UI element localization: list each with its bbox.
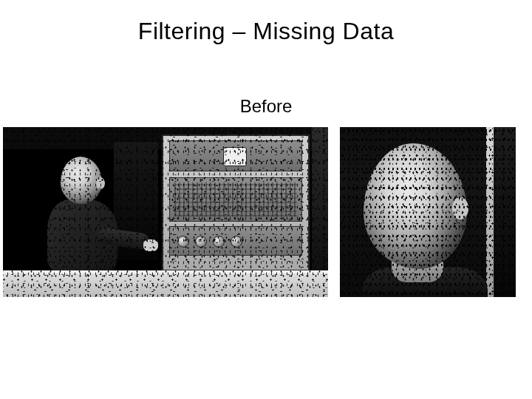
slide-title: Filtering – Missing Data	[0, 18, 532, 45]
slide-subtitle: Before	[0, 96, 532, 117]
slide: Filtering – Missing Data Before	[0, 0, 532, 399]
before-image-crop	[340, 127, 516, 297]
before-image-full	[3, 127, 328, 297]
figure-row	[0, 127, 532, 297]
